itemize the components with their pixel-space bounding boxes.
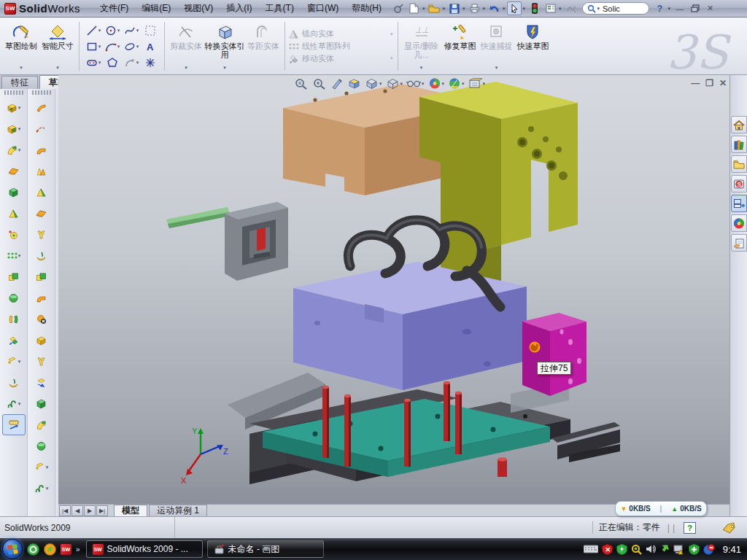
toolbar-arrowsB-button[interactable] [30, 372, 53, 393]
doc-tab-模型[interactable]: 模型 [114, 505, 147, 516]
quick-snaps-button[interactable]: 快速捕捉▾ [479, 20, 515, 73]
toolbar-elbow-button[interactable] [30, 287, 53, 308]
search-box[interactable]: ▾Solic [582, 2, 649, 15]
taskbar-window-button[interactable]: 未命名 - 画图 [207, 540, 324, 558]
display-delete-relations-button[interactable]: ⊥⊥ 显示/删除几...▾ [401, 20, 442, 73]
toolbar-surface-button[interactable] [2, 160, 26, 182]
point-sketch-tool[interactable] [141, 55, 160, 71]
menu-6[interactable]: 窗口(W) [301, 0, 345, 17]
toolbar-wizard-button[interactable] [2, 224, 26, 245]
menu-2[interactable]: 编辑(E) [135, 0, 177, 17]
toolbar-box-button[interactable] [30, 330, 53, 351]
save-icon[interactable] [447, 1, 462, 15]
toolbar-measure-button[interactable] [2, 414, 26, 435]
repair-sketch-button[interactable]: 修复草图 [442, 20, 479, 73]
rect-sketch-tool[interactable]: ▾ [84, 39, 103, 55]
menu-5[interactable]: 工具(T) [259, 0, 301, 17]
rapid-sketch-button[interactable]: 快速草图 [515, 20, 551, 73]
toolbox-tab-button[interactable]: S [731, 175, 747, 192]
3d-model[interactable]: Y Z X [58, 75, 729, 516]
arc-sketch-tool[interactable]: ▾ [103, 39, 122, 55]
toolbar-partline-button[interactable] [30, 118, 53, 139]
tab-nav-last[interactable]: ▶| [96, 505, 108, 516]
line-sketch-tool[interactable]: ▾ [84, 23, 103, 39]
section-view-icon[interactable] [347, 77, 362, 90]
spline-sketch-tool[interactable]: ▾ [122, 23, 141, 39]
textA-sketch-tool[interactable]: A [141, 39, 160, 55]
menu-1[interactable]: 文件(F) [93, 0, 135, 17]
offset-entities-button[interactable]: 等距实体 [245, 20, 282, 73]
polygon-sketch-tool[interactable] [103, 55, 122, 71]
security-shield-icon[interactable] [616, 544, 627, 555]
toolbar-squig-button[interactable]: ▾ [30, 478, 53, 499]
zoom-fit-icon[interactable] [293, 77, 309, 90]
toolbar-extrudeB-button[interactable]: ▾ [2, 118, 26, 139]
pin-icon[interactable] [391, 1, 406, 15]
display-style-icon[interactable]: ▾ [385, 77, 404, 90]
toolbar-sphereG-button[interactable] [2, 287, 26, 308]
file-explorer-button[interactable] [731, 155, 747, 173]
health-shield-tray-icon[interactable] [689, 544, 700, 555]
toolbar-elbow-button[interactable] [30, 139, 53, 160]
toolbar-fillet-button[interactable] [30, 414, 53, 435]
doc-tab-运动算例 1[interactable]: 运动算例 1 [149, 505, 207, 516]
graphics-area[interactable]: Y Z X ▾▾▾▾▾▾ — ❐ ✕ 拉伸75 |◀ ◀ ▶ ▶| 模型运动算例… [58, 75, 729, 516]
doc-restore-button[interactable]: ❐ [705, 78, 713, 88]
toolbar-banana-button[interactable] [30, 245, 53, 266]
undo-icon[interactable] [487, 1, 502, 15]
print-icon[interactable] [467, 1, 481, 15]
cm-tab-特征[interactable]: 特征 [1, 76, 38, 89]
edit-appearance-icon[interactable]: ▾ [427, 77, 446, 90]
toolbar-extrudeA-button[interactable]: ▾ [2, 97, 26, 118]
view-settings-icon[interactable]: ▾ [468, 77, 487, 90]
open-file-icon[interactable] [427, 1, 441, 15]
toolbar-shellG-button[interactable] [30, 393, 53, 414]
toolbar-combine-button[interactable] [2, 266, 26, 287]
ribbon-list-镜向实体[interactable]: 镜向实体 [288, 28, 389, 39]
update-ball-tray-icon[interactable] [703, 544, 715, 555]
dashed-sketch-tool[interactable] [141, 23, 160, 39]
toolbar-yshape-button[interactable] [30, 351, 53, 372]
toolbar-banana-button[interactable] [2, 372, 26, 393]
apply-scene-icon[interactable]: ▾ [447, 77, 465, 90]
toolbar-squig-button[interactable]: ▾ [2, 393, 26, 414]
ellipse-sketch-tool[interactable]: ▾ [122, 39, 141, 55]
toolbar-cutloft-button[interactable] [2, 203, 26, 224]
toolbar-dots-button[interactable]: ▾ [2, 245, 26, 266]
view-palette-button[interactable] [731, 195, 747, 212]
doc-close-button[interactable]: ✕ [719, 78, 727, 88]
toolbar-fillet-button[interactable]: ▾ [2, 139, 26, 160]
sketch-gesture-icon[interactable] [564, 1, 578, 15]
app-restore-button[interactable] [688, 3, 702, 15]
toolbar-fan-button[interactable] [30, 160, 53, 182]
menu-4[interactable]: 插入(I) [220, 0, 258, 17]
volume-tray-icon[interactable] [646, 544, 656, 554]
menu-3[interactable]: 视图(V) [177, 0, 220, 17]
toolbar-swoosh-button[interactable] [30, 97, 53, 118]
toolbar-split-button[interactable] [2, 308, 26, 330]
sketch-button[interactable]: 草图绘制▾ [3, 20, 39, 73]
search-360-tray-icon[interactable] [631, 544, 642, 555]
trim-entities-button[interactable]: 剪裁实体▾ [168, 20, 204, 73]
solidworks-quicklaunch-icon[interactable]: SW [61, 544, 71, 555]
menu-7[interactable]: 帮助(H) [345, 0, 388, 17]
select-tool-icon[interactable] [507, 1, 522, 15]
help-icon[interactable]: ? [653, 1, 667, 15]
custom-properties-button[interactable] [731, 234, 747, 252]
zoom-area-icon[interactable] [311, 77, 328, 90]
taskbar-clock[interactable]: 9:41 [723, 544, 741, 555]
start-button[interactable] [2, 539, 23, 559]
options-icon[interactable] [543, 1, 558, 15]
toolbar-shellG-button[interactable] [2, 182, 26, 203]
media-quicklaunch-icon[interactable] [44, 543, 56, 556]
doc-minimize-button[interactable]: — [691, 78, 700, 88]
appearances-tab-button[interactable] [731, 214, 747, 232]
solidworks-resources-button[interactable] [731, 116, 747, 133]
tab-nav-first[interactable]: |◀ [59, 505, 71, 516]
taskbar-window-button[interactable]: SWSolidWorks 2009 - ... [86, 540, 203, 558]
status-help-button[interactable]: ? [684, 522, 696, 534]
tab-nav-prev[interactable]: ◀ [71, 505, 83, 516]
messenger-quicklaunch-icon[interactable] [27, 543, 39, 556]
ribbon-list-移动实体[interactable]: 移动实体 [288, 53, 389, 64]
tag-icon[interactable] [721, 522, 737, 534]
